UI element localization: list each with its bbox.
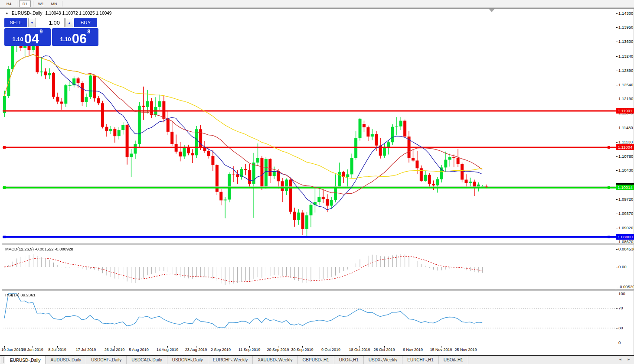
price-axis-tick: 1.08670 — [618, 239, 633, 244]
price-line-label-1.08800: 1.08800 — [616, 234, 634, 240]
rsi-axis-tick-mark — [616, 328, 618, 328]
chart-tab-usdcnh-daily[interactable]: USDCNH-,Daily — [167, 356, 208, 364]
tab-scroll-buttons: ◄ ► — [618, 358, 631, 361]
chart-tab-usdcad-daily[interactable]: USDCAD-,Daily — [127, 356, 167, 364]
buy-price-main: 1.10 — [60, 36, 71, 42]
price-axis-tick-mark — [616, 56, 618, 57]
price-axis-tick-mark — [616, 214, 618, 214]
rsi-axis-tick-mark — [616, 294, 618, 294]
price-axis-tick-mark — [616, 156, 618, 157]
chart-tab-eurchf-h1[interactable]: EURCHF-,H1 — [402, 356, 439, 364]
tab-scroll-right-icon[interactable]: ► — [627, 358, 631, 361]
buy-price-pips: 06 — [72, 33, 87, 44]
date-axis-label: 11 Sep 2019 — [239, 348, 260, 352]
rsi-axis-tick: 100 — [618, 291, 625, 296]
timeframe-button-mn[interactable]: MN — [48, 0, 60, 7]
one-click-trading-panel: SELL ▼ ▲ BUY 1.10 04 9 1.10 06 8 — [4, 18, 99, 46]
pane-separator-rsi[interactable] — [2, 289, 634, 291]
rsi-axis-tick: 0 — [618, 340, 621, 345]
price-axis-tick: 1.12890 — [618, 68, 633, 73]
window-frame-left — [2, 9, 2, 355]
tab-scroll-left-icon[interactable]: ◄ — [618, 358, 622, 361]
buy-button[interactable]: BUY — [74, 18, 97, 27]
date-axis-label: 23 Aug 2019 — [185, 348, 207, 352]
tabbar-grip — [1, 357, 3, 363]
price-axis-line — [616, 9, 616, 346]
macd-axis-tick-mark — [616, 249, 618, 250]
price-axis-tick: 1.11480 — [618, 125, 633, 130]
price-axis-tick: 1.13600 — [618, 39, 633, 44]
rsi-label: RSI(14) 39.2361 — [5, 292, 36, 297]
macd-axis-tick: 0.00 — [618, 264, 627, 269]
toolbar-separator — [62, 1, 62, 6]
rsi-axis-tick-mark — [616, 308, 618, 309]
date-axis-label: 15 Nov 2019 — [430, 348, 452, 352]
macd-label: MACD(12,26,9) -0.001552 -0.000928 — [5, 247, 73, 251]
date-axis-label: 9 Oct 2019 — [321, 348, 340, 352]
rsi-axis-tick: 70 — [618, 306, 623, 310]
date-axis-label: 8 Jul 2019 — [48, 348, 66, 352]
spinner-up-icon: ▲ — [68, 21, 71, 24]
price-axis-tick: 1.09020 — [618, 225, 633, 230]
buy-price-box[interactable]: 1.10 06 8 — [52, 28, 98, 46]
price-axis-tick-mark — [616, 228, 618, 228]
price-axis-tick-mark — [616, 128, 618, 128]
rsi-axis-tick: 30 — [618, 325, 623, 330]
rsi-pane-canvas[interactable] — [3, 291, 616, 346]
price-axis-tick-mark — [616, 13, 618, 14]
date-axis-label: 30 Sep 2019 — [291, 348, 313, 352]
chart-tab-eurusd-daily[interactable]: EURUSD-,Daily — [5, 356, 46, 364]
sell-button[interactable]: SELL — [4, 18, 27, 27]
price-axis-tick: 1.13950 — [618, 25, 633, 29]
chart-tab-xauusd-weekly[interactable]: XAUUSD-,Weekly — [253, 356, 297, 364]
price-axis-tick-mark — [616, 242, 618, 242]
price-axis-tick-mark — [616, 27, 618, 28]
price-axis-tick-mark — [616, 142, 618, 143]
date-axis-label: 5 Aug 2019 — [129, 348, 149, 352]
time-axis-line — [2, 346, 616, 346]
toolbar-separator — [17, 1, 17, 6]
macd-pane-canvas[interactable] — [3, 245, 616, 289]
lot-decrease-button[interactable]: ▼ — [28, 18, 36, 27]
price-axis-tick: 1.14300 — [618, 11, 633, 16]
date-axis-label: 14 Aug 2019 — [157, 348, 179, 352]
sell-price-point: 9 — [39, 28, 42, 35]
chart-shift-marker-icon — [489, 9, 495, 12]
collapse-panel-icon[interactable]: ▲ — [5, 11, 9, 15]
sell-price-box[interactable]: 1.10 04 9 — [4, 28, 51, 46]
chart-tab-eurchf-weekly[interactable]: EURCHF-,Weekly — [208, 356, 253, 364]
chart-tab-usdchf-daily[interactable]: USDCHF-,Daily — [86, 356, 127, 364]
chart-tab-usoil-h1[interactable]: USOil-,H1 — [439, 356, 468, 364]
date-axis-label: 6 Nov 2019 — [403, 348, 423, 352]
price-axis-tick-mark — [616, 71, 618, 71]
price-axis-tick: 1.11130 — [618, 140, 633, 144]
date-axis-label: 28 Oct 2019 — [373, 348, 395, 352]
timeframe-button-w1[interactable]: W1 — [35, 0, 47, 7]
price-axis-tick: 1.12190 — [618, 96, 633, 101]
toolbar-separator — [33, 1, 33, 6]
price-axis-tick-mark — [616, 85, 618, 85]
date-axis-label: 2 Sep 2019 — [211, 348, 231, 352]
price-axis-tick: 1.10430 — [618, 168, 633, 172]
price-axis-tick-mark — [616, 99, 618, 99]
lot-size-input[interactable] — [37, 18, 65, 27]
sell-price-pips: 04 — [24, 33, 39, 44]
chart-tab-bar: EURUSD-,DailyAUDUSD-,DailyUSDCHF-,DailyU… — [0, 356, 634, 364]
chart-tab-gbpusd-h1[interactable]: GBPUSD-,H1 — [298, 356, 334, 364]
chart-tab-ukoil-h1[interactable]: UKOil-,H1 — [334, 356, 364, 364]
chart-tab-audusd-daily[interactable]: AUDUSD-,Daily — [46, 356, 87, 364]
chart-tab-usdx-weekly[interactable]: USDX-,Weekly — [364, 356, 403, 364]
price-axis-tick: 1.09720 — [618, 197, 633, 202]
timeframe-button-h4[interactable]: H4 — [3, 0, 15, 7]
price-axis-tick: 1.09370 — [618, 211, 633, 216]
price-axis-tick-mark — [616, 170, 618, 171]
timeframe-button-d1[interactable]: D1 — [19, 0, 31, 7]
lot-increase-button[interactable]: ▲ — [65, 18, 73, 27]
pane-separator-macd[interactable] — [2, 244, 634, 245]
macd-axis-tick: 0.004536 — [618, 247, 634, 251]
macd-axis-tick: -0.005205 — [618, 284, 634, 289]
price-axis-tick: 1.12540 — [618, 82, 633, 87]
price-axis-tick: 1.13240 — [618, 54, 633, 58]
price-line-label-1.11901: 1.11901 — [616, 108, 634, 114]
date-axis-label: 26 Jul 2019 — [105, 348, 125, 352]
